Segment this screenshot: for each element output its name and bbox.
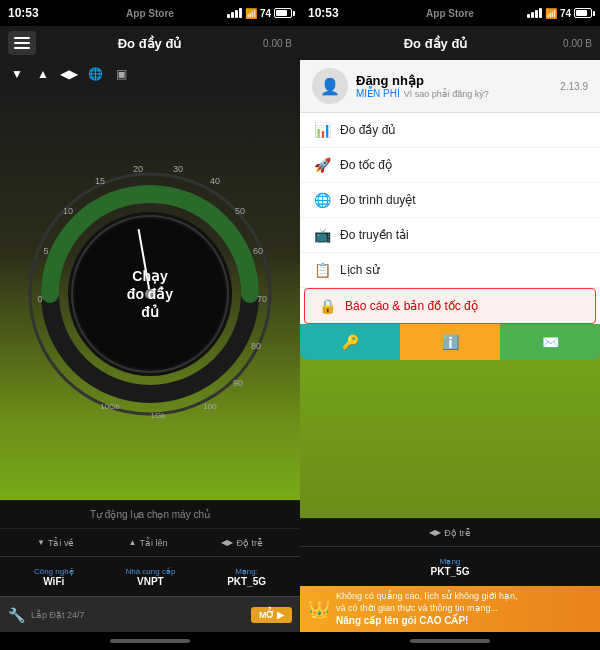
icon-row-left: ▼ ▲ ◀▶ 🌐 ▣ (0, 60, 300, 88)
svg-text:10Gb: 10Gb (100, 402, 120, 411)
upload-stat: ▲ Tải lên (128, 538, 167, 548)
home-indicator-left (0, 632, 300, 650)
key-icon: 🔑 (342, 334, 359, 350)
download-stat: ▼ Tải về (37, 538, 74, 548)
latency-arrow-icon-right: ◀▶ (429, 528, 441, 537)
data-counter-left: 0.00 B (263, 38, 292, 49)
battery-icon-right (574, 8, 592, 18)
info-icon: ℹ️ (442, 334, 459, 350)
menu-button-left[interactable] (8, 31, 36, 55)
menu-items-list: 📊 Đo đầy đủ 🚀 Đo tốc độ 🌐 Đo trình duyệt… (300, 113, 600, 324)
top-bar-left: Đo đầy đủ 0.00 B (0, 26, 300, 60)
signal-right (527, 8, 542, 18)
svg-text:15: 15 (95, 176, 105, 186)
top-bar-right: Đo đầy đủ 0.00 B (300, 26, 600, 60)
svg-text:20: 20 (133, 164, 143, 174)
svg-text:40: 40 (210, 176, 220, 186)
tech-item-left: Công nghệ WiFi (34, 567, 74, 587)
globe-icon-left[interactable]: 🌐 (84, 63, 106, 85)
up-icon-left[interactable]: ▲ (32, 63, 54, 85)
svg-text:90: 90 (233, 378, 243, 388)
report-label: Báo cáo & bản đồ tốc độ (345, 299, 478, 313)
wifi-icon-left: 📶 (245, 8, 257, 19)
history-icon: 📋 (312, 262, 332, 278)
battery-label-left: 74 (260, 8, 271, 19)
full-test-icon: 📊 (312, 122, 332, 138)
info-button[interactable]: ℹ️ (400, 324, 500, 360)
status-icons-right: 📶 74 (527, 8, 592, 19)
svg-text:70: 70 (257, 294, 267, 304)
svg-text:60: 60 (253, 246, 263, 256)
battery-icon-left (274, 8, 292, 18)
status-bar-left: 10:53 App Store 📶 74 (0, 0, 300, 26)
menu-item-full-test[interactable]: 📊 Đo đầy đủ (300, 113, 600, 148)
menu-item-history[interactable]: 📋 Lịch sử (300, 253, 600, 288)
ad-button-left[interactable]: MỞ ▶ (251, 607, 292, 623)
app-store-left: App Store (126, 8, 174, 19)
server-label-left: Tự động lựa chọn máy chủ (0, 500, 300, 528)
menu-item-speed[interactable]: 🚀 Đo tốc độ (300, 148, 600, 183)
ad-bar-left: 🔧 Lắp Đặt 24/7 MỞ ▶ (0, 596, 300, 632)
streaming-icon: 📺 (312, 227, 332, 243)
streaming-label: Đo truyền tải (340, 228, 409, 242)
left-panel: 10:53 App Store 📶 74 Đo đầy đủ 0.00 B (0, 0, 300, 650)
status-icons-left: 📶 74 (227, 8, 292, 19)
latency-stat: ◀▶ Độ trễ (221, 538, 263, 548)
login-title: Đăng nhập (356, 73, 489, 88)
menu-item-streaming[interactable]: 📺 Đo truyền tải (300, 218, 600, 253)
stats-row-left: ▼ Tải về ▲ Tải lên ◀▶ Độ trễ (0, 528, 300, 556)
gauge-center-text-left: Chạy đo đầy đủ (127, 267, 173, 322)
wifi-icon-right: 📶 (545, 8, 557, 19)
page-title-left: Đo đầy đủ (118, 36, 182, 51)
upload-arrow-icon: ▲ (128, 538, 136, 547)
full-test-label: Đo đầy đủ (340, 123, 396, 137)
mail-icon: ✉️ (542, 334, 559, 350)
svg-text:100: 100 (203, 402, 217, 411)
upgrade-text: Không có quảng cáo, lịch sử không giới h… (336, 591, 592, 627)
svg-text:10: 10 (63, 206, 73, 216)
gauge-area-left: 0 5 10 15 20 30 40 50 60 70 80 90 100 (0, 88, 300, 500)
provider-item-left: Nhà cung cấp VNPT (125, 567, 175, 587)
screen-icon-left[interactable]: ▣ (110, 63, 132, 85)
svg-text:80: 80 (251, 341, 261, 351)
left-right-icon-left[interactable]: ◀▶ (58, 63, 80, 85)
latency-stat-right: ◀▶ Độ trễ (429, 528, 471, 538)
menu-item-report[interactable]: 🔒 Báo cáo & bản đồ tốc độ (304, 288, 596, 324)
register-text: Vì sao phải đăng ký? (404, 89, 489, 99)
menu-bottom-icons: 🔑 ℹ️ ✉️ (300, 324, 600, 360)
upgrade-banner[interactable]: 👑 Không có quảng cáo, lịch sử không giới… (300, 586, 600, 632)
app-version: 2.13.9 (560, 81, 588, 92)
menu-overlay: 👤 Đăng nhập MIỄN PHÍ Vì sao phải đăng ký… (300, 60, 600, 360)
home-indicator-right (300, 632, 600, 650)
signal-left (227, 8, 242, 18)
tech-bar-left: Công nghệ WiFi Nhà cung cấp VNPT Mạng: P… (0, 556, 300, 596)
down-icon-left[interactable]: ▼ (6, 63, 28, 85)
network-item-left: Mạng: PKT_5G (227, 567, 266, 587)
latency-arrow-icon: ◀▶ (221, 538, 233, 547)
status-bar-right: 10:53 App Store 📶 74 (300, 0, 600, 26)
free-label: MIỄN PHÍ (356, 88, 400, 99)
network-item-right: Mạng PKT_5G (431, 557, 470, 577)
history-label: Lịch sử (340, 263, 380, 277)
user-avatar: 👤 (312, 68, 348, 104)
svg-text:1Gb: 1Gb (150, 411, 166, 420)
stats-row-right: ◀▶ Độ trễ (300, 518, 600, 546)
key-button[interactable]: 🔑 (300, 324, 400, 360)
speed-icon: 🚀 (312, 157, 332, 173)
download-arrow-icon: ▼ (37, 538, 45, 547)
app-store-right: App Store (426, 8, 474, 19)
battery-label-right: 74 (560, 8, 571, 19)
svg-text:30: 30 (173, 164, 183, 174)
ad-icon-left: 🔧 (8, 607, 25, 623)
mail-button[interactable]: ✉️ (500, 324, 600, 360)
speed-label: Đo tốc độ (340, 158, 392, 172)
time-right: 10:53 (308, 6, 339, 20)
tech-bar-right: Mạng PKT_5G (300, 546, 600, 586)
browser-label: Đo trình duyệt (340, 193, 416, 207)
svg-text:5: 5 (43, 246, 48, 256)
page-title-right: Đo đầy đủ (404, 36, 468, 51)
menu-item-browser[interactable]: 🌐 Đo trình duyệt (300, 183, 600, 218)
data-counter-right: 0.00 B (563, 38, 592, 49)
right-panel: 10:53 App Store 📶 74 Đo đầy đủ 0.00 B (300, 0, 600, 650)
menu-header: 👤 Đăng nhập MIỄN PHÍ Vì sao phải đăng ký… (300, 60, 600, 113)
